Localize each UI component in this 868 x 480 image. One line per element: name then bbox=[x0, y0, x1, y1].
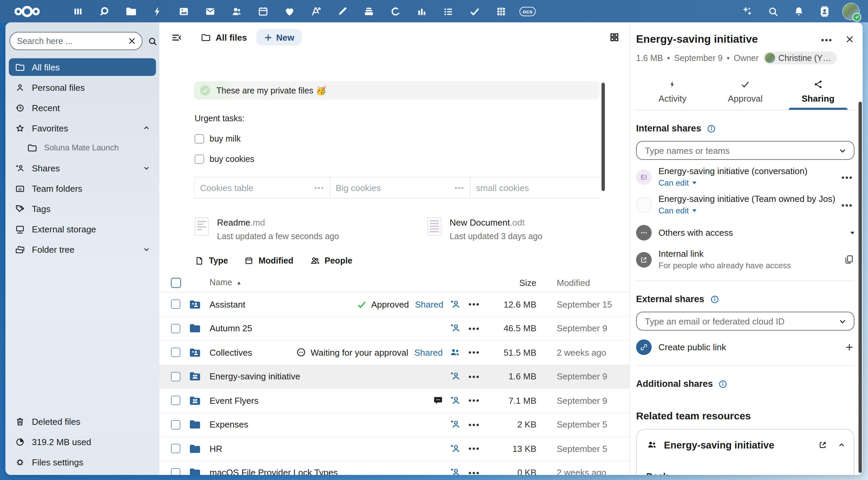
search-clear-button[interactable] bbox=[127, 37, 136, 45]
external-share-input-box[interactable] bbox=[636, 312, 854, 331]
row-checkbox[interactable] bbox=[171, 444, 180, 454]
file-row[interactable]: Event Flyers ••• 7.1 MB September 9 bbox=[159, 389, 629, 413]
internal-share-input[interactable] bbox=[644, 145, 838, 156]
activity-icon[interactable] bbox=[150, 4, 165, 19]
filter-type[interactable]: Type bbox=[195, 256, 228, 265]
share-group-icon[interactable] bbox=[449, 347, 461, 359]
panel-scrollbar[interactable] bbox=[859, 102, 862, 473]
row-checkbox[interactable] bbox=[171, 420, 180, 430]
share-user-plus-icon[interactable] bbox=[450, 419, 461, 431]
collectives-icon[interactable] bbox=[388, 4, 403, 19]
notes-icon[interactable] bbox=[335, 4, 350, 19]
chevron-down-icon[interactable] bbox=[838, 317, 847, 326]
info-icon[interactable] bbox=[707, 124, 716, 133]
sidebar-item-team-folders[interactable]: Team folders bbox=[9, 180, 156, 197]
tab-approval[interactable]: Approval bbox=[709, 74, 782, 110]
file-row-selected[interactable]: Energy-saving initiative ••• 1.6 MB Sept… bbox=[159, 365, 629, 389]
sidebar-item-files-settings[interactable]: Files settings bbox=[9, 453, 156, 471]
analytics-icon[interactable] bbox=[309, 4, 323, 19]
share-user-plus-icon[interactable] bbox=[450, 443, 461, 455]
tasks-icon[interactable] bbox=[467, 4, 482, 19]
sidebar-item-all-files[interactable]: All files bbox=[9, 58, 156, 76]
sidebar-item-deleted-files[interactable]: Deleted files bbox=[9, 413, 156, 430]
row-checkbox[interactable] bbox=[171, 396, 180, 405]
notifications-bell-icon[interactable] bbox=[791, 4, 806, 19]
search-icon[interactable] bbox=[766, 4, 781, 19]
breadcrumb[interactable]: All files bbox=[201, 32, 247, 42]
sidebar-item-external-storage[interactable]: External storage bbox=[9, 220, 156, 238]
row-actions-menu[interactable]: ••• bbox=[469, 348, 480, 357]
comment-icon[interactable] bbox=[433, 395, 443, 406]
file-row[interactable]: Expenses ••• 2 KB September 5 bbox=[159, 413, 629, 437]
search-box[interactable] bbox=[9, 32, 142, 50]
deck-icon[interactable] bbox=[361, 4, 376, 19]
collapse-card-chevron-up-icon[interactable] bbox=[837, 441, 846, 449]
filter-modified[interactable]: Modified bbox=[244, 256, 294, 265]
workspace-scrollbar[interactable] bbox=[601, 83, 605, 191]
row-actions-menu[interactable]: ••• bbox=[469, 372, 480, 381]
contacts-menu-icon[interactable] bbox=[817, 4, 832, 19]
calendar-icon[interactable] bbox=[256, 4, 271, 19]
column-modified[interactable]: Modified bbox=[557, 277, 623, 288]
row-checkbox[interactable] bbox=[171, 372, 180, 381]
share-actions-menu[interactable]: ••• bbox=[840, 172, 854, 182]
recommended-file-new-document[interactable]: New Document.odt Last updated 3 days ago bbox=[427, 217, 542, 241]
row-checkbox[interactable] bbox=[171, 324, 180, 333]
search-input[interactable] bbox=[16, 36, 127, 46]
table-cell[interactable]: Cookies table••• bbox=[195, 178, 330, 198]
mail-icon[interactable] bbox=[203, 4, 218, 19]
recommended-file-readme[interactable]: Readme.md Last updated a few seconds ago bbox=[195, 217, 339, 241]
row-checkbox[interactable] bbox=[171, 468, 180, 475]
share-permission[interactable]: Can edit bbox=[658, 178, 807, 188]
sidebar-item-folder-tree[interactable]: Folder tree bbox=[9, 241, 156, 258]
filter-people[interactable]: People bbox=[310, 255, 352, 266]
share-actions-menu[interactable]: ••• bbox=[840, 200, 854, 210]
row-actions-menu[interactable]: ••• bbox=[469, 444, 480, 454]
user-avatar[interactable] bbox=[843, 3, 859, 19]
chevron-up-icon[interactable] bbox=[142, 124, 151, 132]
share-user-plus-icon[interactable] bbox=[450, 323, 461, 334]
share-user-plus-icon[interactable] bbox=[450, 467, 461, 475]
dashboard-icon[interactable] bbox=[71, 4, 85, 19]
copy-icon[interactable] bbox=[844, 254, 854, 265]
chevron-down-icon[interactable] bbox=[838, 146, 847, 155]
share-user-plus-icon[interactable] bbox=[450, 371, 461, 382]
search-app-icon[interactable] bbox=[97, 4, 112, 19]
health-icon[interactable] bbox=[282, 4, 297, 19]
info-icon[interactable] bbox=[710, 294, 719, 304]
table-cell[interactable]: Big cookies••• bbox=[330, 178, 471, 198]
others-with-access-row[interactable]: Others with access bbox=[636, 225, 854, 241]
tables-icon[interactable] bbox=[494, 4, 509, 19]
grid-view-toggle[interactable] bbox=[609, 32, 620, 43]
owner-chip[interactable]: Christine (Y… bbox=[763, 51, 837, 64]
photos-icon[interactable] bbox=[176, 4, 191, 19]
ocs-app-icon[interactable]: ocs bbox=[520, 4, 535, 19]
cell-menu-icon[interactable]: ••• bbox=[455, 184, 465, 192]
task-checkbox[interactable] bbox=[195, 154, 204, 164]
row-actions-menu[interactable]: ••• bbox=[469, 420, 480, 430]
share-entry[interactable]: EI Energy-saving initiative (conversatio… bbox=[636, 166, 854, 188]
chevron-down-icon[interactable] bbox=[142, 245, 151, 253]
close-icon[interactable] bbox=[845, 35, 854, 44]
share-entry[interactable]: Energy-saving initiative (Team owned by … bbox=[636, 194, 854, 215]
table-cell[interactable]: small cookies bbox=[471, 178, 599, 198]
panel-actions-menu[interactable]: ••• bbox=[820, 34, 834, 44]
sidebar-item-favorites[interactable]: Favorites bbox=[9, 119, 156, 137]
row-actions-menu[interactable]: ••• bbox=[469, 468, 480, 475]
shared-link[interactable]: Shared bbox=[414, 348, 443, 358]
info-icon[interactable] bbox=[718, 379, 728, 389]
cell-menu-icon[interactable]: ••• bbox=[314, 184, 324, 192]
tab-activity[interactable]: Activity bbox=[636, 74, 709, 110]
tab-sharing[interactable]: Sharing bbox=[782, 74, 854, 110]
file-row[interactable]: Collectives Waiting for your approval Sh… bbox=[159, 341, 629, 365]
column-size[interactable]: Size bbox=[488, 277, 536, 288]
column-name[interactable]: Name bbox=[210, 278, 232, 287]
row-checkbox[interactable] bbox=[171, 348, 180, 357]
contacts-icon[interactable] bbox=[229, 4, 244, 19]
share-user-plus-icon[interactable] bbox=[450, 299, 461, 310]
share-permission[interactable]: Can edit bbox=[658, 206, 835, 215]
open-in-new-icon[interactable] bbox=[818, 440, 828, 450]
nextcloud-logo[interactable] bbox=[12, 4, 43, 19]
chevron-down-icon[interactable] bbox=[142, 164, 151, 172]
checklist-icon[interactable] bbox=[441, 4, 456, 19]
